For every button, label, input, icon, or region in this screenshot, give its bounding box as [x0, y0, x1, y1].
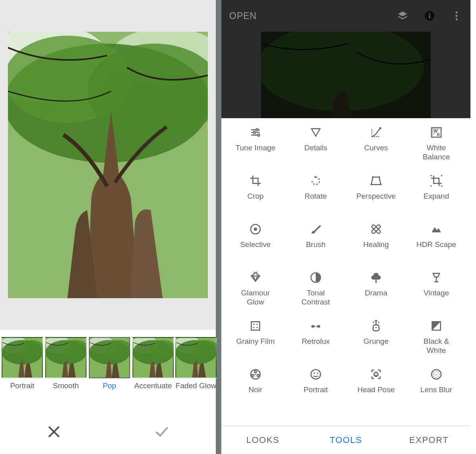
- mountain-icon: [429, 222, 443, 236]
- open-button[interactable]: OPEN: [229, 11, 257, 21]
- filter-label: Accentuate: [134, 381, 172, 390]
- tool-selective[interactable]: Selective: [225, 220, 286, 269]
- filter-thumb: [2, 337, 43, 378]
- tool-tune-image[interactable]: Tune Image: [225, 124, 286, 172]
- close-icon: [46, 424, 62, 440]
- tree-illustration-dim: [261, 32, 431, 118]
- editor-top: OPEN: [221, 0, 470, 118]
- tool-black-white[interactable]: Black &White: [406, 317, 466, 366]
- svg-point-31: [456, 18, 458, 20]
- guitar-icon: [369, 319, 383, 333]
- tool-label: TonalContrast: [300, 289, 332, 307]
- tool-label: Perspective: [355, 192, 397, 201]
- tool-label: Black &White: [422, 337, 451, 355]
- filter-label: Smooth: [53, 381, 79, 390]
- expand-icon: [429, 174, 443, 188]
- tool-label: Tune Image: [234, 144, 277, 153]
- tool-vintage[interactable]: Vintage: [406, 269, 466, 317]
- filter-thumb: [175, 337, 217, 378]
- tools-grid: Tune Image Details Curves WhiteBalance C…: [221, 118, 470, 425]
- cancel-button[interactable]: [0, 409, 108, 454]
- svg-point-29: [456, 11, 458, 13]
- wb-icon: [429, 125, 443, 140]
- perspective-icon: [369, 174, 383, 188]
- tool-portrait[interactable]: Portrait: [286, 366, 346, 414]
- filter-label: Pop: [103, 381, 116, 390]
- tool-grainy-film[interactable]: Grainy Film: [225, 317, 286, 366]
- tool-crop[interactable]: Crop: [225, 172, 286, 220]
- tool-label: Curves: [363, 144, 390, 153]
- preview-area: [0, 0, 216, 330]
- curves-icon: [369, 125, 383, 140]
- tool-drama[interactable]: Drama: [346, 269, 406, 317]
- tab-tools[interactable]: TOOLS: [304, 426, 387, 454]
- preview-image[interactable]: [8, 32, 208, 298]
- tool-grunge[interactable]: Grunge: [346, 317, 406, 366]
- tool-label: Crop: [246, 192, 265, 201]
- filter-faded-glow[interactable]: Faded Glow: [176, 337, 216, 390]
- tool-label: Rotate: [303, 192, 328, 201]
- tab-looks[interactable]: LOOKS: [221, 426, 304, 454]
- editor-topbar: OPEN: [221, 0, 470, 32]
- filter-pop[interactable]: Pop: [89, 337, 130, 390]
- diamond-icon: [248, 270, 263, 285]
- editor-preview-dim: [261, 32, 431, 118]
- filter-strip: Portrait Smooth Pop Accentuate: [0, 330, 216, 409]
- tab-export[interactable]: EXPORT: [388, 426, 470, 454]
- crop-icon: [248, 174, 263, 188]
- looks-panel: Portrait Smooth Pop Accentuate: [0, 0, 221, 454]
- tool-glamour-glow[interactable]: GlamourGlow: [225, 269, 286, 317]
- lamp-icon: [429, 270, 443, 285]
- tool-label: Drama: [363, 289, 389, 298]
- tool-healing[interactable]: Healing: [346, 220, 406, 269]
- confirm-button[interactable]: [108, 409, 216, 454]
- headpose-icon: [369, 367, 383, 381]
- tool-head-pose[interactable]: Head Pose: [346, 366, 406, 414]
- aperture-icon: [429, 367, 443, 381]
- tool-label: Noir: [247, 385, 264, 395]
- tool-label: Lens Blur: [419, 385, 454, 395]
- tool-label: Grunge: [362, 337, 390, 346]
- triangle-down-icon: [309, 125, 323, 140]
- layers-icon[interactable]: [397, 10, 409, 22]
- reel-icon: [248, 367, 263, 381]
- tool-retrolux[interactable]: Retrolux: [286, 317, 346, 366]
- filter-smooth[interactable]: Smooth: [45, 337, 86, 390]
- tool-curves[interactable]: Curves: [346, 124, 406, 172]
- bottom-tabs: LOOKS TOOLS EXPORT: [221, 425, 470, 454]
- tool-rotate[interactable]: Rotate: [286, 172, 346, 220]
- tool-lens-blur[interactable]: Lens Blur: [406, 366, 466, 414]
- tool-label: Head Pose: [356, 385, 396, 395]
- tool-label: Healing: [362, 240, 390, 249]
- looks-actions: [0, 409, 216, 454]
- tool-expand[interactable]: Expand: [406, 172, 466, 220]
- svg-point-30: [456, 15, 458, 17]
- rotate-icon: [309, 174, 323, 188]
- tool-brush[interactable]: Brush: [286, 220, 346, 269]
- filter-accentuate[interactable]: Accentuate: [132, 337, 174, 390]
- filter-label: Portrait: [10, 381, 34, 390]
- tool-label: WhiteBalance: [421, 144, 452, 162]
- cloud-icon: [369, 270, 383, 285]
- tool-noir[interactable]: Noir: [225, 366, 286, 414]
- sliders-icon: [248, 125, 263, 140]
- tool-tonal-contrast[interactable]: TonalContrast: [286, 269, 346, 317]
- filter-thumb: [89, 337, 130, 378]
- tool-perspective[interactable]: Perspective: [346, 172, 406, 220]
- tool-label: Expand: [422, 192, 451, 201]
- tool-label: Vintage: [422, 289, 451, 298]
- more-icon[interactable]: [451, 10, 463, 22]
- brush-icon: [309, 222, 323, 236]
- filmframe-icon: [248, 319, 263, 333]
- tool-label: Details: [303, 144, 329, 153]
- tool-label: HDR Scape: [415, 240, 458, 249]
- tool-details[interactable]: Details: [286, 124, 346, 172]
- tool-white-balance[interactable]: WhiteBalance: [406, 124, 466, 172]
- filter-portrait[interactable]: Portrait: [2, 337, 43, 390]
- tool-hdr-scape[interactable]: HDR Scape: [406, 220, 466, 269]
- info-icon[interactable]: [424, 10, 436, 22]
- filter-thumb: [132, 337, 174, 378]
- tool-label: Retrolux: [300, 337, 332, 346]
- check-icon: [154, 424, 170, 440]
- tree-illustration: [8, 32, 208, 298]
